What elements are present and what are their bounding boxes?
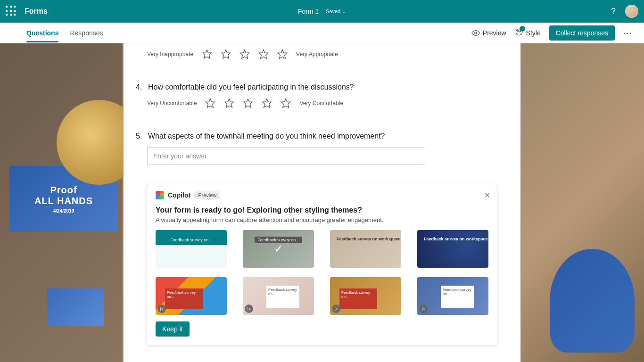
palette-icon <box>515 28 523 38</box>
star-icon[interactable] <box>239 49 250 59</box>
play-icon: ▷ <box>157 304 166 313</box>
q4-right-label: Very Comfortable <box>299 100 343 107</box>
svg-marker-13 <box>281 99 290 107</box>
preview-button[interactable]: Preview <box>471 29 506 37</box>
q4-number: 4. <box>136 83 143 91</box>
style-button[interactable]: Style <box>515 28 541 38</box>
theme-option-6[interactable]: Feedback survey on...▷ <box>243 277 314 315</box>
saved-status: - Saved ⌄ <box>322 8 346 14</box>
theme-option-2[interactable]: Feedback survey on...✓ <box>243 230 314 268</box>
tab-questions[interactable]: Questions <box>26 24 58 42</box>
star-icon[interactable] <box>221 49 231 59</box>
brand-label: Forms <box>25 7 48 16</box>
form-title: Form 1 <box>298 8 319 15</box>
toolbar: Questions Responses Preview Style Collec… <box>0 23 644 43</box>
copilot-heading: Your form is ready to go! Exploring othe… <box>156 206 488 214</box>
copilot-logo-icon <box>156 191 164 199</box>
close-icon[interactable]: ✕ <box>484 191 490 200</box>
check-icon: ✓ <box>274 242 283 255</box>
svg-point-2 <box>517 31 518 32</box>
svg-marker-12 <box>263 99 271 107</box>
star-icon[interactable] <box>258 49 269 59</box>
theme-option-3[interactable]: Feedback survey on workspace <box>330 230 401 268</box>
svg-marker-5 <box>222 50 230 58</box>
theme-option-8[interactable]: Feedback survey on...▷ <box>417 277 488 315</box>
bg-person <box>550 249 635 353</box>
copilot-title: Copilot <box>168 191 190 199</box>
eye-icon <box>471 29 480 37</box>
star-icon[interactable] <box>202 49 212 59</box>
svg-marker-10 <box>225 99 233 107</box>
tab-responses[interactable]: Responses <box>70 24 103 42</box>
star-icon[interactable] <box>243 98 253 108</box>
star-icon[interactable] <box>281 98 291 108</box>
copilot-subheading: A visually appealing form can capture at… <box>156 216 488 223</box>
star-icon[interactable] <box>277 49 288 59</box>
keep-it-button[interactable]: Keep it <box>156 321 190 337</box>
star-icon[interactable] <box>205 98 215 108</box>
q4-left-label: Very Uncomfortable <box>147 100 197 107</box>
play-icon: ▷ <box>245 304 253 313</box>
svg-marker-4 <box>203 50 211 58</box>
chevron-down-icon: ⌄ <box>342 9 346 14</box>
svg-marker-7 <box>259 50 268 58</box>
theme-option-1[interactable]: Feedback survey on... <box>156 230 227 268</box>
preview-badge: Preview <box>194 191 220 199</box>
q5-number: 5. <box>136 132 143 140</box>
star-icon[interactable] <box>262 98 272 108</box>
theme-option-4[interactable]: Feedback survey on workspace <box>417 230 488 268</box>
background-image: Proof ALL HANDS 4/24/2019 Very Inappropr… <box>0 43 644 362</box>
collect-responses-button[interactable]: Collect responses <box>549 25 615 41</box>
svg-marker-11 <box>244 99 252 107</box>
question-4: 4. How comfortable did you feel particip… <box>124 83 520 108</box>
svg-point-0 <box>475 32 477 34</box>
form-title-area[interactable]: Form 1 - Saved ⌄ <box>298 8 346 15</box>
copilot-panel: Copilot Preview ✕ Your form is ready to … <box>147 184 497 346</box>
star-icon[interactable] <box>224 98 234 108</box>
question-5: 5. What aspects of the townhall meeting … <box>124 132 520 165</box>
q5-answer-input[interactable] <box>147 147 425 165</box>
theme-option-7[interactable]: Feedback survey on...▷ <box>330 277 401 315</box>
app-launcher-icon[interactable] <box>6 6 17 17</box>
theme-option-5[interactable]: Feedback survey on...▷ <box>156 277 227 315</box>
more-icon[interactable]: ⋯ <box>623 28 633 38</box>
question-3: Very Inappropriate Very Appropriate <box>124 49 520 59</box>
style-badge-icon <box>520 26 525 32</box>
q3-right-label: Very Appropriate <box>296 51 338 58</box>
play-icon: ▷ <box>332 304 340 313</box>
q4-text: How comfortable did you feel participati… <box>148 83 354 91</box>
svg-marker-9 <box>206 99 215 107</box>
app-header: Forms Form 1 - Saved ⌄ ? <box>0 0 644 23</box>
form-card: Very Inappropriate Very Appropriate 4. H… <box>124 43 520 362</box>
q5-text: What aspects of the townhall meeting do … <box>148 132 385 140</box>
svg-marker-8 <box>278 50 287 58</box>
play-icon: ▷ <box>419 304 428 313</box>
svg-marker-6 <box>240 50 249 58</box>
q3-left-label: Very Inappropriate <box>147 51 193 58</box>
help-icon[interactable]: ? <box>611 7 616 16</box>
user-avatar[interactable] <box>625 5 638 18</box>
bg-laptop <box>47 288 104 326</box>
